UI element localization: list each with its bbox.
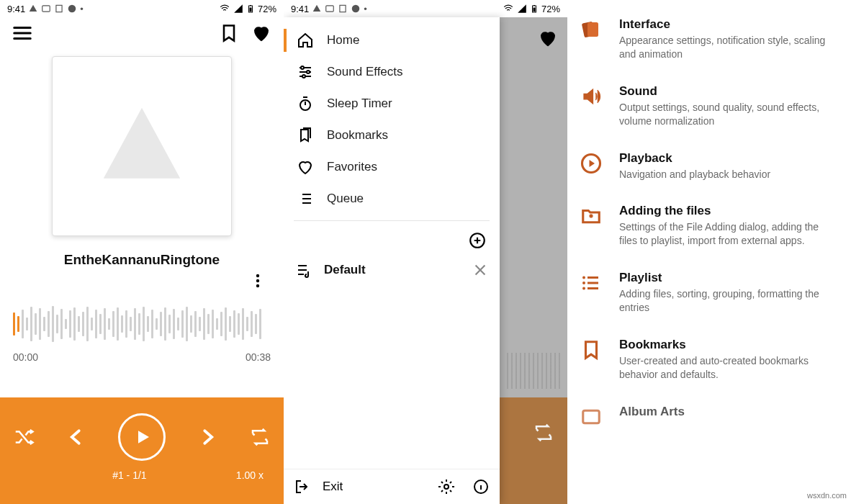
setting-title: Interface [619,17,838,32]
battery-icon [246,4,255,14]
play-icon [131,426,153,448]
add-playlist-icon[interactable] [468,231,487,250]
heart-icon[interactable] [537,27,559,49]
settings-playback[interactable]: Playback Navigation and playback behavio… [567,140,851,193]
setting-title: Bookmarks [619,338,838,352]
setting-sub: User-created and auto-created bookmarks … [619,354,838,382]
dot-icon: • [364,4,367,14]
settings-interface[interactable]: Interface Appearance settings, notificat… [567,6,851,73]
setting-title: Album Arts [619,405,838,419]
facebook-icon [351,4,361,14]
settings-sound[interactable]: Sound Output settings, sound quality, so… [567,73,851,140]
home-icon [297,32,314,49]
playlist-label: Default [324,263,366,277]
setting-title: Adding the files [619,204,838,218]
bg-waveform [507,353,563,389]
setting-sub: Output settings, sound quality, sound ef… [619,101,838,128]
nav-bookmarks[interactable]: Bookmarks [284,120,500,151]
shuffle-icon[interactable] [13,426,35,448]
settings-album-arts[interactable]: Album Arts [567,393,851,439]
svg-point-15 [301,66,304,69]
svg-rect-28 [583,410,600,423]
prev-icon[interactable] [66,426,87,448]
track-title: EntheKannanuRingtone [0,252,284,268]
heart-icon [297,158,314,176]
repeat-icon [533,422,554,444]
settings-list[interactable]: Interface Appearance settings, notificat… [567,0,851,439]
app-logo-icon [28,4,38,14]
svg-rect-14 [533,5,535,6]
svg-rect-4 [249,8,251,12]
drawer-nav-list: Home Sound Effects Sleep Timer Bookmarks… [284,17,500,215]
hamburger-icon[interactable] [12,22,33,44]
svg-point-16 [307,71,310,73]
bg-controls [500,397,567,504]
repeat-icon[interactable] [249,426,271,448]
status-battery: 72% [258,4,276,14]
next-icon[interactable] [197,426,218,448]
stopwatch-icon [297,95,314,112]
gear-icon[interactable] [438,478,455,495]
facebook-icon [67,4,77,14]
nav-label: Sound Effects [327,65,403,79]
signal-icon [233,4,243,14]
queue-icon [297,190,314,207]
nav-home[interactable]: Home [284,24,500,56]
more-icon[interactable] [249,272,266,289]
status-battery: 72% [541,4,560,14]
svg-rect-23 [587,22,598,37]
albumart-icon [580,406,602,428]
nav-sound-effects[interactable]: Sound Effects [284,56,500,88]
setting-sub: Settings of the File Adding dialog, addi… [619,220,838,248]
info-icon[interactable] [472,478,490,495]
exit-icon [294,478,311,495]
feed-icon [54,4,64,14]
svg-rect-13 [533,8,535,12]
svg-point-25 [582,276,585,279]
svg-point-27 [582,287,585,290]
nav-drawer: Home Sound Effects Sleep Timer Bookmarks… [284,17,500,504]
bookmarks-icon [297,127,314,144]
setting-sub: Navigation and playback behavior [619,168,838,181]
watermark: wsxdn.com [807,491,847,500]
album-art [52,56,232,236]
playlist-default[interactable]: Default [284,254,500,286]
bookmark-icon[interactable] [219,23,239,43]
waveform[interactable] [0,304,284,344]
app-logo-large-icon [91,96,192,197]
play-button[interactable] [118,413,166,461]
heart-icon[interactable] [251,22,272,44]
app-logo-icon [312,4,322,14]
sliders-icon [297,63,314,81]
settings-adding-files[interactable]: Adding the files Settings of the File Ad… [567,192,851,259]
wifi-icon [219,4,230,14]
exit-button[interactable]: Exit [294,478,343,495]
status-bar: 9:41 • 72% [284,0,567,17]
nav-queue[interactable]: Queue [284,183,500,215]
nav-favorites[interactable]: Favorites [284,151,500,183]
wifi-icon [503,4,514,14]
settings-bookmarks[interactable]: Bookmarks User-created and auto-created … [567,326,851,393]
setting-sub: Adding files, sorting, grouping, formatt… [619,287,838,315]
image-icon [41,4,51,14]
svg-point-6 [256,274,259,277]
status-bar: 9:41 • 72% [0,0,284,17]
svg-point-17 [302,75,305,78]
feed-icon [338,4,348,14]
play-speed[interactable]: 1.00 x [236,469,264,481]
playback-icon [580,153,602,174]
svg-rect-9 [326,6,334,12]
drawer-bottom-bar: Exit [284,469,500,504]
settings-playlist[interactable]: Playlist Adding files, sorting, grouping… [567,259,851,326]
close-icon[interactable] [472,262,488,278]
nav-label: Favorites [327,160,377,174]
files-icon [580,205,602,227]
screen-player: 9:41 • 72% EntheKannanuRingtone [0,0,284,504]
interface-icon [580,19,602,40]
track-counter[interactable]: #1 - 1/1 [112,469,146,481]
nav-sleep-timer[interactable]: Sleep Timer [284,88,500,120]
bookmark-icon [580,339,602,361]
svg-point-11 [352,5,360,13]
top-bar [0,17,284,49]
player-controls: . #1 - 1/1 1.00 x [0,397,284,504]
